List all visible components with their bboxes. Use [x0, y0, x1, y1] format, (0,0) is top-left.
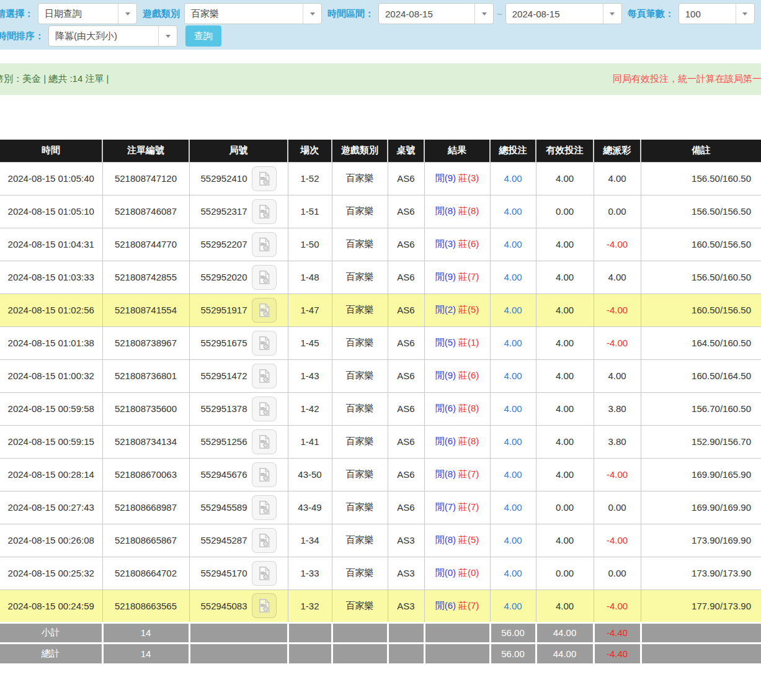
date-from-select[interactable]: 2024-08-15 — [378, 3, 494, 24]
video-record-icon — [256, 368, 272, 384]
total-bet-link[interactable]: 4.00 — [504, 272, 522, 282]
cell-game-type: 百家樂 — [332, 195, 388, 228]
video-record-icon — [256, 434, 272, 450]
total-bet-link[interactable]: 4.00 — [504, 305, 522, 315]
result-player: 閒(5) — [435, 337, 456, 348]
cell-game-type: 百家樂 — [332, 326, 388, 359]
cell-total-bet: 4.00 — [490, 228, 536, 261]
video-replay-button[interactable] — [252, 462, 277, 487]
cell-session: 1-47 — [288, 294, 332, 326]
video-replay-button[interactable] — [252, 199, 277, 224]
grand-total-row: 總計 14 56.00 44.00 -4.40 — [0, 643, 761, 663]
cell-round: 552951675 — [189, 326, 288, 359]
video-record-icon — [256, 335, 272, 351]
page-size-select[interactable]: 100 — [679, 3, 755, 24]
cell-session: 43-49 — [288, 491, 332, 524]
result-player: 閒(6) — [435, 403, 456, 413]
sort-select[interactable]: 降冪(由大到小) — [48, 25, 177, 47]
cell-result: 閒(8)莊(8) — [424, 195, 490, 228]
cell-game-type: 百家樂 — [332, 392, 388, 425]
cell-bet-id: 521808742855 — [102, 261, 189, 294]
cell-session: 1-32 — [288, 590, 332, 622]
result-player: 閒(2) — [435, 304, 456, 315]
total-bet-link[interactable]: 4.00 — [504, 370, 522, 381]
cell-round: 552951472 — [189, 359, 288, 392]
cell-result: 閒(6)莊(8) — [424, 425, 490, 458]
video-replay-button[interactable] — [252, 265, 277, 290]
cell-result: 閒(6)莊(7) — [424, 590, 490, 622]
video-replay-button[interactable] — [252, 331, 277, 356]
query-type-select[interactable]: 日期查詢 — [38, 3, 137, 24]
video-replay-button[interactable] — [252, 166, 277, 191]
video-replay-button[interactable] — [252, 593, 277, 618]
cell-session: 1-34 — [288, 524, 332, 557]
cell-remark: 164.50/160.50 — [641, 326, 761, 359]
cell-remark: 160.50/156.50 — [641, 228, 761, 261]
cell-result: 閒(0)莊(0) — [424, 557, 490, 590]
cell-remark: 156.70/160.50 — [641, 392, 761, 425]
cell-game-type: 百家樂 — [332, 425, 388, 458]
cell-remark: 152.90/156.70 — [641, 425, 761, 458]
result-banker: 莊(7) — [458, 501, 479, 512]
cell-bet-id: 521808663565 — [102, 590, 189, 622]
cell-result: 閒(6)莊(8) — [424, 392, 490, 425]
total-bet-link[interactable]: 4.00 — [504, 206, 522, 217]
video-replay-button[interactable] — [252, 561, 277, 586]
cell-valid-bet: 4.00 — [536, 458, 594, 491]
cell-total-bet: 4.00 — [490, 458, 536, 491]
table-row: 2024-08-15 00:27:43 521808668987 5529455… — [0, 491, 761, 524]
video-replay-button[interactable] — [252, 364, 277, 388]
date-to-select[interactable]: 2024-08-15 — [505, 3, 622, 24]
cell-time: 2024-08-15 01:05:10 — [0, 195, 102, 228]
cell-remark: 156.50/156.50 — [641, 195, 761, 228]
table-row: 2024-08-15 00:59:15 521808734134 5529512… — [0, 425, 761, 458]
video-replay-button[interactable] — [252, 397, 277, 421]
video-replay-button[interactable] — [252, 232, 277, 257]
cell-payout: -4.00 — [594, 524, 641, 557]
total-bet-link[interactable]: 4.00 — [504, 601, 522, 611]
cell-result: 閒(2)莊(5) — [424, 294, 490, 326]
video-replay-button[interactable] — [252, 429, 277, 454]
search-button[interactable]: 查詢 — [185, 25, 221, 47]
chevron-down-icon — [303, 4, 321, 24]
filter-row-1: 請選擇： 日期查詢 遊戲類別 百家樂 時間區間： 2024-08-15 ~ 20… — [0, 3, 761, 24]
total-bet-link[interactable]: 4.00 — [504, 338, 522, 348]
cell-payout: 4.00 — [594, 162, 641, 195]
col-result: 結果 — [424, 140, 490, 162]
total-bet-link[interactable]: 4.00 — [504, 535, 522, 545]
game-type-select[interactable]: 百家樂 — [184, 3, 322, 24]
video-record-icon — [256, 500, 272, 516]
cell-session: 1-45 — [288, 326, 332, 359]
cell-remark: 173.90/173.90 — [641, 557, 761, 590]
cell-remark: 177.90/173.90 — [641, 590, 761, 622]
result-player: 閒(3) — [435, 238, 456, 249]
cell-round: 552951378 — [189, 392, 288, 425]
total-bet-link[interactable]: 4.00 — [504, 436, 522, 447]
cell-time: 2024-08-15 00:26:08 — [0, 524, 102, 557]
total-bet-link[interactable]: 4.00 — [504, 469, 522, 480]
cell-valid-bet: 4.00 — [536, 392, 594, 425]
round-id: 552951472 — [200, 370, 247, 381]
time-range-label: 時間區間： — [327, 8, 374, 20]
chevron-down-icon — [603, 4, 621, 24]
video-replay-button[interactable] — [252, 528, 277, 553]
video-replay-button[interactable] — [252, 298, 277, 323]
cell-game-type: 百家樂 — [332, 261, 388, 294]
cell-remark: 160.50/156.50 — [641, 294, 761, 326]
cell-time: 2024-08-15 01:02:56 — [0, 294, 102, 326]
total-bet-link[interactable]: 4.00 — [504, 239, 522, 249]
cell-game-type: 百家樂 — [332, 458, 388, 491]
total-bet-link[interactable]: 4.00 — [504, 173, 522, 184]
total-bet-link[interactable]: 4.00 — [504, 403, 522, 414]
bet-table-body: 2024-08-15 01:05:40 521808747120 5529524… — [0, 162, 761, 622]
total-bet-link[interactable]: 4.00 — [504, 568, 522, 578]
round-id: 552951675 — [200, 338, 247, 348]
round-id: 552952410 — [200, 173, 247, 184]
total-bet-link[interactable]: 4.00 — [504, 502, 522, 513]
cell-bet-id: 521808746087 — [102, 195, 189, 228]
table-row: 2024-08-15 01:04:31 521808744770 5529522… — [0, 228, 761, 261]
video-record-icon — [256, 532, 272, 549]
result-player: 閒(0) — [435, 567, 456, 578]
video-replay-button[interactable] — [252, 495, 277, 520]
filter-row-2: 時間排序： 降冪(由大到小) 查詢 — [0, 25, 761, 47]
